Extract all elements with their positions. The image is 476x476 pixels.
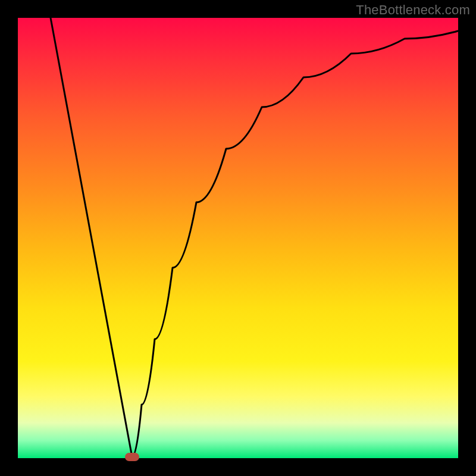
chart-plot-area: [18, 18, 458, 458]
curve-path: [51, 18, 458, 457]
watermark-text: TheBottleneck.com: [356, 2, 470, 18]
chart-curve: [18, 18, 458, 458]
vertex-marker: [125, 453, 139, 461]
